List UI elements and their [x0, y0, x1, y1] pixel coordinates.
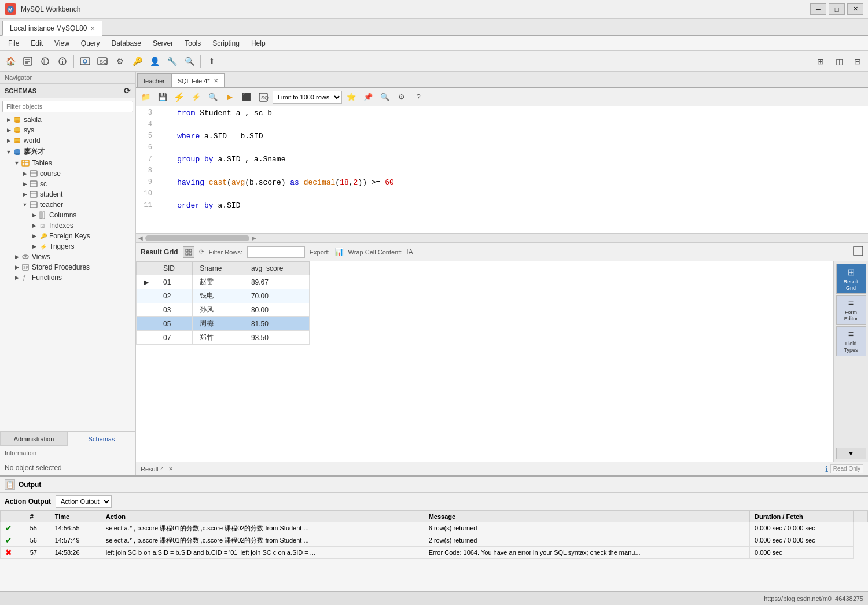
- maximize-button[interactable]: □: [829, 3, 845, 15]
- sql-stop-btn[interactable]: ⬛: [239, 90, 254, 104]
- toolbar-btn10[interactable]: 🔍: [181, 53, 197, 69]
- field-types-panel-btn[interactable]: ≡ FieldTypes: [836, 326, 866, 356]
- tree-table-student[interactable]: ▶ student: [0, 189, 135, 200]
- sql-save[interactable]: 💾: [155, 90, 170, 104]
- tree-tables[interactable]: ▼ Tables: [0, 158, 135, 168]
- grid-view-toggle[interactable]: [853, 246, 863, 258]
- tree-indexes[interactable]: ▶ ⊡ Indexes: [0, 220, 135, 231]
- menu-help[interactable]: Help: [245, 38, 271, 49]
- refresh-icon[interactable]: ⟳: [199, 248, 204, 256]
- sql-settings[interactable]: ⚙: [394, 90, 409, 104]
- sql-tab-teacher[interactable]: teacher: [137, 73, 171, 87]
- status-ok-icon: ✔: [5, 536, 12, 545]
- sql-bookmark[interactable]: ⭐: [344, 90, 359, 104]
- toolbar-btn5[interactable]: SQL: [94, 53, 111, 69]
- close-button[interactable]: ✕: [847, 3, 863, 15]
- schema-liaoxingcai[interactable]: ▼ 廖兴才: [0, 146, 135, 158]
- status-err-icon: ✖: [5, 548, 12, 557]
- tree-foreign-keys[interactable]: ▶ 🔑 Foreign Keys: [0, 231, 135, 241]
- menu-file[interactable]: File: [2, 38, 25, 49]
- schema-sys[interactable]: ▶ sys: [0, 125, 135, 135]
- toolbar-home[interactable]: 🏠: [2, 53, 19, 69]
- menu-scripting[interactable]: Scripting: [207, 38, 245, 49]
- menu-view[interactable]: View: [49, 38, 75, 49]
- tree-columns[interactable]: ▶ Columns: [0, 210, 135, 220]
- sql-open-folder[interactable]: 📁: [138, 90, 153, 104]
- toolbar-btn9[interactable]: 🔧: [164, 53, 180, 69]
- filter-rows-input[interactable]: [247, 246, 305, 258]
- menu-tools[interactable]: Tools: [179, 38, 207, 49]
- output-icon[interactable]: 📋: [5, 479, 15, 490]
- toolbar-btn11[interactable]: ⬆: [204, 53, 220, 69]
- tree-table-sc[interactable]: ▶ sc: [0, 179, 135, 189]
- sql-editor[interactable]: 3 from Student a , sc b 4 5 where a.SID …: [136, 106, 868, 234]
- result-row[interactable]: 07 郑竹 93.50: [137, 331, 310, 345]
- tree-table-course[interactable]: ▶ course: [0, 168, 135, 179]
- tree-table-teacher[interactable]: ▼ teacher: [0, 200, 135, 210]
- menu-server[interactable]: Server: [147, 38, 179, 49]
- instance-tab-close[interactable]: ✕: [90, 25, 95, 32]
- result-row[interactable]: 02 钱电 70.00: [137, 289, 310, 303]
- filter-input[interactable]: [2, 101, 133, 112]
- sql-help[interactable]: ?: [411, 90, 426, 104]
- output-num-cell: 57: [25, 547, 50, 559]
- action-output-select[interactable]: Action Output: [56, 495, 112, 508]
- toolbar-btn3[interactable]: [54, 53, 71, 69]
- tab-schemas[interactable]: Schemas: [68, 431, 135, 446]
- sql-line-11: 11 order by a.SID: [136, 201, 868, 213]
- toolbar-btn2[interactable]: i: [37, 53, 53, 69]
- content-area: teacher SQL File 4* ✕ 📁 💾 ⚡ ⚡ 🔍 ▶ ⬛ SQL: [136, 72, 868, 475]
- form-editor-panel-btn[interactable]: ≡ FormEditor: [836, 295, 866, 325]
- tree-stored-procedures[interactable]: ▶ SP Stored Procedures: [0, 262, 135, 272]
- sql-execute-all[interactable]: ⚡: [189, 90, 204, 104]
- window-controls: ─ □ ✕: [810, 3, 863, 15]
- sql-execute-btn[interactable]: ▶: [222, 90, 237, 104]
- toolbar-layout1[interactable]: ⊞: [812, 53, 829, 69]
- sql-tab-sqlfile4-close[interactable]: ✕: [214, 78, 218, 84]
- sql-explain[interactable]: SQL: [256, 90, 271, 104]
- toolbar-btn1[interactable]: [20, 53, 36, 69]
- sql-tab-sqlfile4[interactable]: SQL File 4* ✕: [171, 73, 225, 87]
- toolbar-btn8[interactable]: 👤: [146, 53, 163, 69]
- sql-pin[interactable]: 📌: [361, 90, 376, 104]
- sql-zoom[interactable]: 🔍: [377, 90, 392, 104]
- sql-stop[interactable]: 🔍: [205, 90, 220, 104]
- tree-functions[interactable]: ▶ ƒ Functions: [0, 272, 135, 283]
- toolbar-layout3[interactable]: ⊟: [849, 53, 866, 69]
- toolbar-btn6[interactable]: ⚙: [112, 53, 128, 69]
- result-tab-close[interactable]: ✕: [168, 466, 173, 472]
- horizontal-scrollbar[interactable]: ◀ ▶: [136, 234, 868, 243]
- menu-query[interactable]: Query: [75, 38, 106, 49]
- tab-administration[interactable]: Administration: [0, 431, 68, 446]
- result-grid-panel-btn[interactable]: ⊞ ResultGrid: [836, 264, 866, 294]
- svg-rect-11: [80, 58, 90, 65]
- result-grid-icon[interactable]: [183, 246, 194, 258]
- right-panel: ⊞ ResultGrid ≡ FormEditor ≡ FieldTypes ▼: [833, 261, 868, 462]
- wrap-icon: IA: [406, 248, 413, 256]
- sql-execute-current[interactable]: ⚡: [172, 90, 187, 104]
- result-row[interactable]: 05 周梅 81.50: [137, 317, 310, 331]
- tree-triggers[interactable]: ▶ ⚡ Triggers: [0, 241, 135, 252]
- minimize-button[interactable]: ─: [810, 3, 826, 15]
- export-icon[interactable]: 📊: [334, 248, 344, 256]
- schema-sakila[interactable]: ▶ sakila: [0, 115, 135, 125]
- limit-select[interactable]: Limit to 1000 rows: [273, 91, 342, 104]
- menu-edit[interactable]: Edit: [25, 38, 49, 49]
- schema-world[interactable]: ▶ world: [0, 135, 135, 146]
- col-avg-score: avg_score: [244, 262, 309, 275]
- tree-views[interactable]: ▶ Views: [0, 252, 135, 262]
- instance-tab[interactable]: Local instance MySQL80 ✕: [2, 21, 102, 36]
- scroll-right-arrow[interactable]: ▶: [252, 235, 256, 241]
- menu-database[interactable]: Database: [106, 38, 147, 49]
- result-info-bar: Result 4 ✕ ℹ Read Only: [136, 462, 868, 475]
- scroll-left-arrow[interactable]: ◀: [136, 235, 143, 241]
- result-row[interactable]: 03 孙风 80.00: [137, 303, 310, 317]
- output-col-num: #: [25, 511, 50, 522]
- toolbar-layout2[interactable]: ◫: [831, 53, 847, 69]
- toolbar-btn7[interactable]: 🔑: [129, 53, 145, 69]
- scroll-thumb[interactable]: [145, 235, 249, 241]
- result-row[interactable]: ▶ 01 赵雷 89.67: [137, 275, 310, 289]
- scroll-down-btn[interactable]: ▼: [836, 448, 866, 459]
- schemas-refresh-icon[interactable]: ⟳: [124, 86, 131, 95]
- toolbar-create-schema[interactable]: [77, 53, 93, 69]
